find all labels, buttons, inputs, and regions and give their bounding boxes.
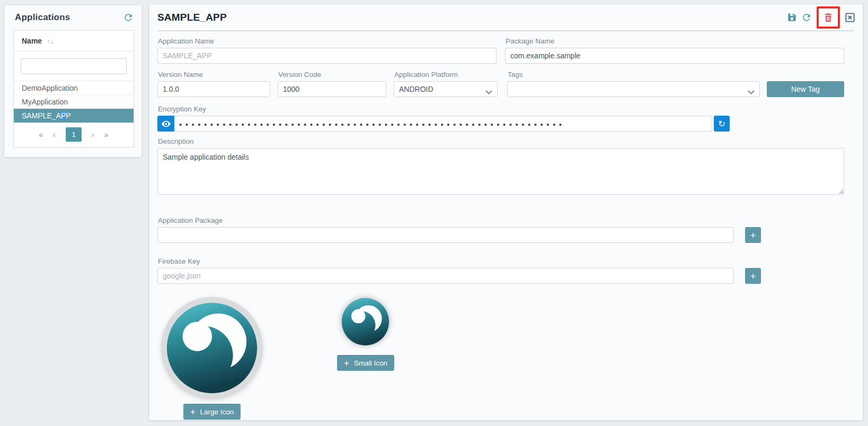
version-name-label: Version Name	[158, 70, 270, 79]
delete-button[interactable]	[823, 12, 834, 23]
header-divider	[157, 30, 854, 31]
pagination: « ‹ 1 › »	[14, 123, 134, 147]
application-platform-label: Application Platform	[394, 70, 498, 79]
add-firebase-key-button[interactable]: +	[745, 268, 761, 284]
upload-small-icon-label: Small Icon	[354, 359, 387, 367]
pagination-last-button[interactable]: »	[104, 131, 109, 139]
delete-annotation-highlight	[817, 6, 840, 29]
sort-icon[interactable]: ↑↓	[47, 37, 54, 45]
description-textarea[interactable]: Sample application details	[157, 148, 844, 195]
plus-icon: +	[344, 359, 349, 368]
version-name-input[interactable]	[157, 81, 270, 97]
tags-select[interactable]	[507, 81, 760, 97]
version-code-input[interactable]	[278, 81, 386, 97]
regenerate-icon: ↻	[718, 119, 725, 129]
application-form: Application Name Package Name Version Na…	[149, 37, 863, 420]
applications-table: Name ↑↓ DemoApplication MyApplication SA…	[13, 30, 134, 147]
version-code-label: Version Code	[278, 70, 386, 79]
application-name-input[interactable]	[157, 48, 497, 64]
pagination-page-1-button[interactable]: 1	[66, 127, 82, 142]
chevron-down-icon	[748, 88, 755, 96]
selected-item-text: SAMPLE_A	[22, 111, 61, 120]
pagination-first-button[interactable]: «	[39, 131, 43, 139]
upload-large-icon-label: Large Icon	[200, 408, 234, 416]
application-name-label: Application Name	[158, 37, 497, 46]
name-filter-input[interactable]	[21, 58, 127, 74]
package-name-label: Package Name	[506, 37, 844, 46]
small-app-icon-preview	[340, 297, 391, 347]
upload-small-icon-button[interactable]: + Small Icon	[337, 355, 394, 371]
plus-icon: +	[190, 407, 196, 416]
list-item[interactable]: DemoApplication	[14, 81, 134, 95]
eye-icon	[162, 120, 171, 127]
table-header-row: Name ↑↓	[14, 31, 134, 51]
chevron-down-icon	[485, 88, 492, 96]
description-label: Description	[158, 137, 844, 146]
upload-large-icon-button[interactable]: + Large Icon	[183, 404, 241, 420]
firebase-key-input[interactable]	[157, 268, 734, 284]
pagination-prev-button[interactable]: ‹	[53, 131, 56, 139]
close-icon[interactable]	[845, 12, 855, 23]
selected-item-text-highlight: P	[61, 111, 66, 120]
firebase-key-label: Firebase Key	[158, 257, 734, 266]
detail-header: SAMPLE_APP	[149, 4, 863, 30]
tags-label: Tags	[508, 70, 760, 79]
pagination-next-button[interactable]: ›	[92, 131, 94, 139]
application-platform-select[interactable]: ANDROID	[394, 81, 498, 97]
applications-panel-header: Applications	[4, 5, 141, 29]
toolbar	[787, 6, 855, 29]
refresh-list-icon[interactable]	[123, 12, 134, 23]
encryption-key-input[interactable]	[174, 116, 712, 132]
applications-panel: Applications Name ↑↓ DemoApplication MyA…	[4, 5, 141, 157]
encryption-key-label: Encryption Key	[158, 105, 844, 114]
application-platform-value: ANDROID	[399, 85, 433, 93]
filter-cell	[14, 51, 134, 81]
regenerate-key-button[interactable]: ↻	[714, 116, 730, 132]
page-title: SAMPLE_APP	[157, 12, 227, 23]
list-item-selected[interactable]: SAMPLE_APP	[14, 109, 134, 123]
application-detail-panel: SAMPLE_APP Application Name	[149, 4, 863, 420]
package-name-input[interactable]	[505, 48, 844, 64]
applications-title: Applications	[15, 12, 70, 23]
application-package-label: Application Package	[158, 216, 734, 225]
refresh-button[interactable]	[801, 12, 812, 23]
application-package-input[interactable]	[157, 227, 734, 243]
list-item[interactable]: MyApplication	[14, 95, 134, 109]
show-key-button[interactable]	[157, 116, 174, 132]
add-application-package-button[interactable]: +	[745, 227, 761, 243]
new-tag-button[interactable]: New Tag	[767, 81, 844, 97]
name-column-header[interactable]: Name	[22, 37, 42, 45]
selected-item-text: P	[66, 111, 70, 120]
save-button[interactable]	[787, 12, 797, 22]
large-app-icon-preview	[160, 295, 264, 401]
